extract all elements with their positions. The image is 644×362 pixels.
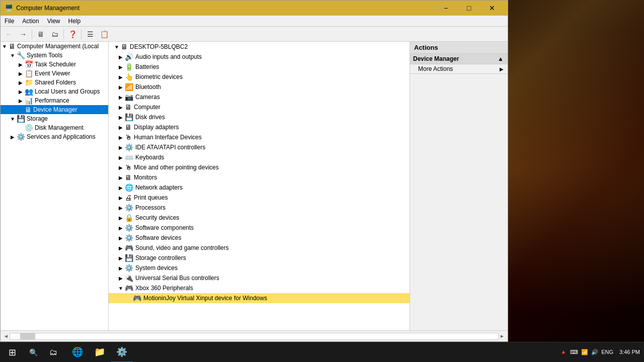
device-biometric[interactable]: ▶ 👆 Biometric devices <box>109 72 410 82</box>
compmgmt-icon: ⚙️ <box>116 346 127 357</box>
root-toggle[interactable]: ▼ <box>1 42 9 50</box>
processors-toggle[interactable]: ▶ <box>117 204 125 212</box>
storage-controllers-toggle[interactable]: ▶ <box>117 254 125 262</box>
menu-help[interactable]: Help <box>64 16 85 27</box>
tree-disk-management[interactable]: 💿 Disk Management <box>1 123 108 132</box>
tree-local-users[interactable]: ▶ 👥 Local Users and Groups <box>1 87 108 96</box>
tree-shared-folders[interactable]: ▶ 📁 Shared Folders <box>1 78 108 87</box>
audio-toggle[interactable]: ▶ <box>117 53 125 61</box>
device-ide[interactable]: ▶ ⚙️ IDE ATA/ATAPI controllers <box>109 142 410 152</box>
device-motioninjoy[interactable]: 🎮 MotioninJoy Virtual Xinput device for … <box>109 293 410 303</box>
hid-icon: 🖱 <box>125 133 132 141</box>
device-bluetooth[interactable]: ▶ 📶 Bluetooth <box>109 82 410 92</box>
keyboards-toggle[interactable]: ▶ <box>117 153 125 161</box>
mice-toggle[interactable]: ▶ <box>117 163 125 171</box>
menu-view[interactable]: View <box>43 16 64 27</box>
device-mice[interactable]: ▶ 🖱 Mice and other pointing devices <box>109 162 410 172</box>
software-components-toggle[interactable]: ▶ <box>117 224 125 232</box>
computer-toggle[interactable]: ▶ <box>117 103 125 111</box>
view-button[interactable]: 📋 <box>98 28 111 40</box>
cameras-toggle[interactable]: ▶ <box>117 93 125 101</box>
device-software-devices[interactable]: ▶ ⚙️ Software devices <box>109 233 410 243</box>
device-print[interactable]: ▶ 🖨 Print queues <box>109 193 410 203</box>
device-keyboards[interactable]: ▶ ⌨️ Keyboards <box>109 152 410 162</box>
tree-event-viewer[interactable]: ▶ 📋 Event Viewer <box>1 69 108 78</box>
back-button[interactable]: ← <box>3 28 16 40</box>
device-diskdrives[interactable]: ▶ 💾 Disk drives <box>109 112 410 122</box>
tree-device-manager[interactable]: 🖥 Device Manager <box>1 105 108 114</box>
storage-toggle[interactable]: ▼ <box>9 115 17 123</box>
xbox-toggle[interactable]: ▼ <box>117 284 125 292</box>
print-toggle[interactable]: ▶ <box>117 194 125 202</box>
motioninjoy-toggle <box>125 294 133 302</box>
batteries-toggle[interactable]: ▶ <box>117 63 125 71</box>
device-hid[interactable]: ▶ 🖱 Human Interface Devices <box>109 132 410 142</box>
security-toggle[interactable]: ▶ <box>117 214 125 222</box>
show-hide-button[interactable]: 🗂 <box>48 28 61 40</box>
keyboards-label: Keyboards <box>135 154 164 161</box>
system-toggle[interactable]: ▶ <box>117 264 125 272</box>
search-button[interactable]: 🔍 <box>24 342 42 363</box>
hid-toggle[interactable]: ▶ <box>117 133 125 141</box>
device-root[interactable]: ▼ 🖥 DESKTOP-5BLQBC2 <box>109 42 410 52</box>
minimize-button[interactable]: − <box>434 1 457 16</box>
device-network[interactable]: ▶ 🌐 Network adapters <box>109 183 410 193</box>
tree-root[interactable]: ▼ 🖥 Computer Management (Local <box>1 42 108 51</box>
device-software-components[interactable]: ▶ ⚙️ Software components <box>109 223 410 233</box>
device-usb[interactable]: ▶ 🔌 Universal Serial Bus controllers <box>109 273 410 283</box>
display-toggle[interactable]: ▶ <box>117 123 125 131</box>
device-security[interactable]: ▶ 🔒 Security devices <box>109 213 410 223</box>
tree-system-tools[interactable]: ▼ 🔧 System Tools <box>1 51 108 60</box>
device-processors[interactable]: ▶ ⚙️ Processors <box>109 203 410 213</box>
biometric-toggle[interactable]: ▶ <box>117 73 125 81</box>
properties-button[interactable]: ☰ <box>84 28 97 40</box>
start-button[interactable]: ⊞ <box>0 342 24 363</box>
horizontal-scrollbar[interactable] <box>10 333 499 340</box>
device-sound[interactable]: ▶ 🎮 Sound, video and game controllers <box>109 243 410 253</box>
network-toggle[interactable]: ▶ <box>117 184 125 192</box>
taskbar-compmgmt[interactable]: ⚙️ <box>111 342 133 363</box>
menu-file[interactable]: File <box>1 16 18 27</box>
device-monitors[interactable]: ▶ 🖥 Monitors <box>109 172 410 183</box>
device-manager-action-title[interactable]: Device Manager ▲ <box>410 54 508 64</box>
bluetooth-toggle[interactable]: ▶ <box>117 83 125 91</box>
diskdrives-toggle[interactable]: ▶ <box>117 113 125 121</box>
device-display[interactable]: ▶ 🖥 Display adapters <box>109 122 410 132</box>
up-button[interactable]: 🖥 <box>34 28 47 40</box>
close-button[interactable]: ✕ <box>480 1 504 16</box>
computer-management-window: 🖥️ Computer Management − □ ✕ File Action… <box>0 0 508 342</box>
device-storage-controllers[interactable]: ▶ 💾 Storage controllers <box>109 253 410 263</box>
monitors-toggle[interactable]: ▶ <box>117 173 125 182</box>
menu-action[interactable]: Action <box>18 16 43 27</box>
task-scheduler-toggle: ▶ <box>17 60 25 68</box>
more-actions-item[interactable]: More Actions ▶ <box>410 64 508 73</box>
software-devices-toggle[interactable]: ▶ <box>117 234 125 242</box>
help-button[interactable]: ❓ <box>66 28 79 40</box>
device-batteries[interactable]: ▶ 🔋 Batteries <box>109 62 410 72</box>
monitors-label: Monitors <box>134 174 157 181</box>
scroll-right-arrow[interactable]: ► <box>499 333 506 339</box>
device-xbox[interactable]: ▼ 🎮 Xbox 360 Peripherals <box>109 283 410 293</box>
tree-task-scheduler[interactable]: ▶ 📅 Task Scheduler <box>1 60 108 69</box>
device-root-toggle[interactable]: ▼ <box>113 43 121 51</box>
scroll-left-arrow[interactable]: ◄ <box>3 333 10 339</box>
forward-button[interactable]: → <box>17 28 30 40</box>
usb-toggle[interactable]: ▶ <box>117 274 125 282</box>
taskbar-explorer[interactable]: 📁 <box>89 342 111 363</box>
batteries-label: Batteries <box>135 63 159 70</box>
scroll-thumb[interactable] <box>20 333 35 339</box>
tree-storage[interactable]: ▼ 💾 Storage <box>1 114 108 123</box>
sound-toggle[interactable]: ▶ <box>117 244 125 252</box>
device-audio[interactable]: ▶ 🔊 Audio inputs and outputs <box>109 52 410 62</box>
tree-services[interactable]: ▶ ⚙️ Services and Applications <box>1 132 108 141</box>
device-cameras[interactable]: ▶ 📷 Cameras <box>109 92 410 102</box>
device-computer[interactable]: ▶ 🖥 Computer <box>109 102 410 112</box>
task-view-button[interactable]: 🗂 <box>42 342 64 363</box>
maximize-button[interactable]: □ <box>457 1 480 16</box>
taskbar-edge[interactable]: 🌐 <box>66 342 89 363</box>
system-tools-toggle[interactable]: ▼ <box>9 51 17 59</box>
tree-performance[interactable]: ▶ 📊 Performance <box>1 96 108 105</box>
ide-toggle[interactable]: ▶ <box>117 143 125 151</box>
device-system[interactable]: ▶ ⚙️ System devices <box>109 263 410 273</box>
taskbar-clock[interactable]: 3:46 PM <box>619 348 640 356</box>
